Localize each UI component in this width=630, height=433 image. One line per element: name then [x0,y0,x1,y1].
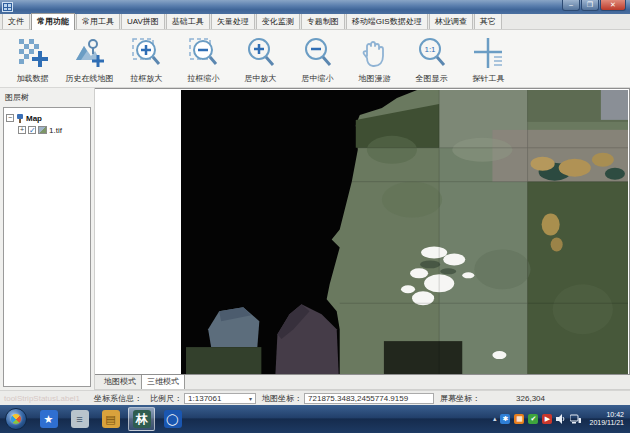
taskbar-explorer-app[interactable]: ▤ [97,407,124,431]
clock-date: 2019/11/21 [589,419,624,427]
box-zoom-out-button[interactable]: 拉框缩小 [175,33,232,87]
system-tray: ▴ ✱ ▦ ✔ ▶ 10:42 2019/11/21 [491,405,628,433]
tab-file[interactable]: 文件 [2,13,30,29]
collapse-icon[interactable]: − [6,114,14,122]
map-coord-field[interactable]: 721875.3483,2455774.9159 [304,393,434,404]
taskbar-star-app[interactable]: ★ [35,407,62,431]
star-icon: ★ [40,410,58,428]
status-faint-label: toolStripStatusLabel1 [4,394,80,403]
tab-common-tools[interactable]: 常用工具 [76,13,120,29]
tree-node-label[interactable]: 1.tif [49,126,62,135]
expand-icon[interactable]: + [18,126,26,134]
center-zoom-in-button[interactable]: 居中放大 [232,33,289,87]
toolbar-label: 探针工具 [473,73,505,84]
tab-vector-processing[interactable]: 矢量处理 [211,13,255,29]
toolbar: 加载数据 历史在线地图 [0,30,630,88]
history-online-map-button[interactable]: 历史在线地图 [61,33,118,87]
full-extent-icon: 1:1 [414,35,450,71]
probe-tool-button[interactable]: 探针工具 [460,33,517,87]
show-hidden-icons[interactable]: ▴ [493,415,497,423]
tab-map-mode[interactable]: 地图模式 [99,375,141,389]
taskbar-forest-gis-app[interactable]: 林 [128,407,155,431]
windows-logo-icon [9,412,23,426]
center-zoom-in-icon [243,35,279,71]
application-window: – ❐ ✕ 文件 常用功能 常用工具 UAV拼图 基础工具 矢量处理 变化监测 … [0,0,630,433]
folder-icon: ▤ [102,410,120,428]
center-zoom-out-icon [300,35,336,71]
layer-panel-title: 图层树 [0,88,94,105]
satellite-raster-image [181,90,628,374]
screen-coord-value: 326,304 [516,394,545,403]
tab-other[interactable]: 其它 [474,13,502,29]
map-mode-tab-strip: 地图模式 三维模式 [95,375,630,390]
toolbar-label: 地图漫游 [359,73,391,84]
box-zoom-in-button[interactable]: 拉框放大 [118,33,175,87]
load-data-button[interactable]: 加载数据 [4,33,61,87]
network-icon[interactable] [570,414,581,424]
history-online-map-icon [72,35,108,71]
minimize-button[interactable]: – [562,0,580,11]
toolbar-label: 居中放大 [245,73,277,84]
app-icon [2,2,13,12]
tree-node-tif[interactable]: + ✓ 1.tif [6,124,88,136]
scale-value: 1:137061 [188,394,221,403]
tab-mobile-gis-data[interactable]: 移动端GIS数据处理 [346,13,428,29]
tray-orange-icon[interactable]: ▦ [514,414,524,424]
taskbar-notepad-app[interactable]: ≡ [66,407,93,431]
map-coord-label: 地图坐标： [262,393,302,404]
pan-hand-icon [357,35,393,71]
layer-checkbox[interactable]: ✓ [28,126,36,134]
raster-layer-icon [38,126,47,134]
toolbar-label: 拉框缩小 [188,73,220,84]
pan-map-button[interactable]: 地图漫游 [346,33,403,87]
screen-coord-label: 屏幕坐标： [440,393,480,404]
volume-icon[interactable] [556,414,566,424]
windows-taskbar: ★ ≡ ▤ 林 ◯ ▴ ✱ ▦ ✔ ▶ 10:42 [0,405,630,433]
tab-forestry-survey[interactable]: 林业调查 [429,13,473,29]
taskbar-circle-app[interactable]: ◯ [159,407,186,431]
ribbon-tab-strip: 文件 常用功能 常用工具 UAV拼图 基础工具 矢量处理 变化监测 专题制图 移… [0,14,630,30]
svg-text:1:1: 1:1 [424,45,436,54]
scale-combobox[interactable]: 1:137061 ▾ [184,393,256,404]
maximize-button[interactable]: ❐ [581,0,599,11]
tab-3d-mode[interactable]: 三维模式 [141,374,185,389]
toolbar-label: 历史在线地图 [66,73,114,84]
map-layer-icon [16,114,24,123]
toolbar-label: 居中缩小 [302,73,334,84]
center-zoom-out-button[interactable]: 居中缩小 [289,33,346,87]
scale-label: 比例尺： [150,393,182,404]
layer-tree-panel: 图层树 − Map + ✓ 1.tif [0,88,95,390]
tab-uav-mosaic[interactable]: UAV拼图 [121,13,165,29]
probe-tool-icon [471,35,507,71]
box-zoom-out-icon [186,35,222,71]
layer-tree: − Map + ✓ 1.tif [3,107,91,387]
toolbar-label: 加载数据 [17,73,49,84]
tab-change-detection[interactable]: 变化监测 [256,13,300,29]
status-bar: toolStripStatusLabel1 坐标系信息： 比例尺： 1:1370… [0,390,630,405]
clock-time: 10:42 [589,411,624,419]
chevron-down-icon[interactable]: ▾ [249,394,252,403]
full-extent-button[interactable]: 1:1 全图显示 [403,33,460,87]
circle-app-icon: ◯ [164,410,182,428]
crs-info-label: 坐标系信息： [94,393,142,404]
taskbar-clock[interactable]: 10:42 2019/11/21 [589,411,624,427]
title-bar: – ❐ ✕ [0,0,630,14]
tree-node-map[interactable]: − Map [6,112,88,124]
notepad-icon: ≡ [71,410,89,428]
tab-basic-tools[interactable]: 基础工具 [166,13,210,29]
toolbar-label: 全图显示 [416,73,448,84]
tray-red-icon[interactable]: ▶ [542,414,552,424]
tray-blue-icon[interactable]: ✱ [500,414,510,424]
tab-common-functions[interactable]: 常用功能 [31,13,75,30]
tree-node-label[interactable]: Map [26,114,42,123]
close-button[interactable]: ✕ [600,0,626,11]
tray-green-icon[interactable]: ✔ [528,414,538,424]
map-canvas[interactable] [95,88,630,375]
toolbar-label: 拉框放大 [131,73,163,84]
forest-app-icon: 林 [133,410,151,428]
tab-thematic-mapping[interactable]: 专题制图 [301,13,345,29]
load-data-icon [15,35,51,71]
start-button[interactable] [5,408,27,430]
box-zoom-in-icon [129,35,165,71]
